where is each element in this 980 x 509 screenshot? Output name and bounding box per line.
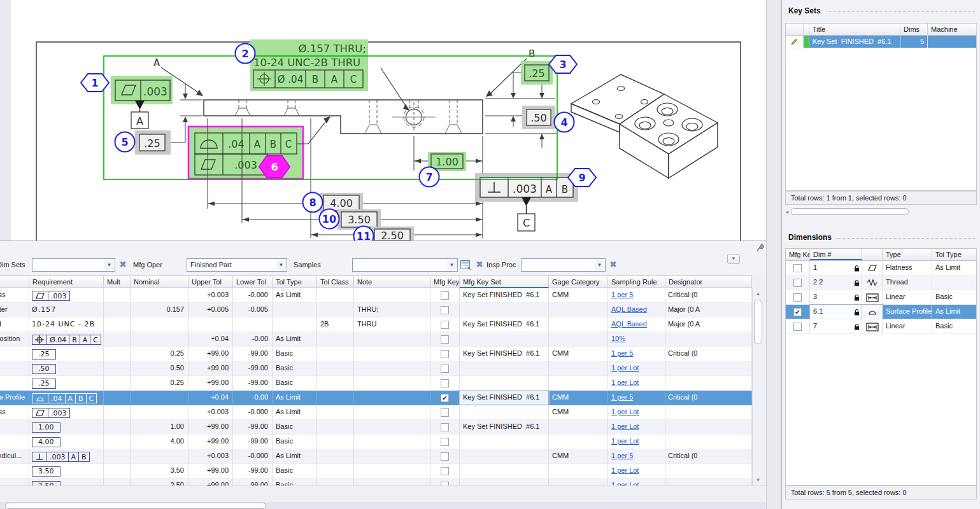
balloon-4[interactable]: 4 bbox=[555, 113, 574, 132]
mfg-key-checkbox[interactable] bbox=[441, 335, 449, 344]
scrollbar-thumb[interactable] bbox=[791, 208, 909, 215]
requirements-vertical-scrollbar[interactable]: ▲ ▼ bbox=[752, 288, 763, 485]
chevron-down-icon[interactable]: ▼ bbox=[595, 260, 604, 270]
dimension-row[interactable]: 2.2Thread bbox=[786, 275, 976, 290]
mfg-key-checkbox[interactable] bbox=[441, 408, 449, 417]
sampling-rule-link[interactable]: 1 per 5 bbox=[611, 452, 633, 459]
dimension-row[interactable]: ✔6.1Surface ProfileAs Limit bbox=[786, 305, 976, 319]
dim-sets-clear-icon[interactable]: ✖ bbox=[118, 260, 128, 270]
dim-25-right[interactable]: .25 bbox=[521, 61, 553, 85]
balloon-7[interactable]: 7 bbox=[420, 167, 439, 187]
sampling-rule-link[interactable]: 1 per 5 bbox=[611, 349, 633, 357]
edit-cell[interactable] bbox=[786, 36, 804, 48]
column-header-designator[interactable]: Designator bbox=[665, 276, 752, 288]
mfg-key-checkbox[interactable] bbox=[441, 365, 449, 373]
dimension-row[interactable]: 7LinearBasic bbox=[786, 319, 976, 334]
column-header-tol-type[interactable]: Tol Type bbox=[273, 276, 317, 288]
column-header-mult[interactable]: Mult bbox=[104, 276, 131, 288]
column-header-icon[interactable] bbox=[862, 249, 883, 260]
chevron-down-icon[interactable]: ▼ bbox=[276, 260, 286, 270]
requirement-row[interactable]: Flatness.003+0.003-0.000As LimitCMM1 per… bbox=[0, 405, 752, 420]
requirement-row[interactable]: Flatness.003+0.003-0.000As LimitKey Set … bbox=[0, 288, 752, 303]
mfg-key-checkbox[interactable] bbox=[793, 264, 802, 272]
mfg-key-checkbox[interactable]: ✔ bbox=[793, 308, 802, 316]
requirement-row[interactable]: True PositionØ.04BAC+0.04-0.00As Limit10… bbox=[0, 332, 752, 347]
mfg-key-checkbox[interactable]: ✔ bbox=[441, 394, 449, 402]
balloon-10[interactable]: 10 bbox=[320, 209, 339, 229]
mfg-key-checkbox[interactable] bbox=[441, 306, 449, 314]
column-header-sampling-rule[interactable]: Sampling Rule bbox=[608, 276, 665, 288]
samples-clear-icon[interactable]: ✖ bbox=[474, 260, 485, 270]
balloon-6[interactable]: 6 bbox=[259, 156, 290, 178]
requirement-row[interactable]: Thread10-24 UNC - 2B2BTHRUKey Set FINISH… bbox=[0, 317, 752, 332]
chevron-down-icon[interactable]: ▼ bbox=[104, 260, 114, 270]
sampling-rule-link[interactable]: 1 per Lot bbox=[611, 364, 639, 372]
column-header-upper-tol[interactable]: Upper Tol bbox=[188, 276, 233, 288]
column-header-note[interactable]: Note bbox=[354, 276, 430, 288]
mfg-key-checkbox[interactable] bbox=[441, 379, 449, 387]
requirement-row[interactable]: Linear2.502.50+99.00-99.00Basic1 per Lot bbox=[0, 478, 752, 485]
balloon-3[interactable]: 3 bbox=[549, 55, 577, 73]
dimension-row[interactable]: 1FlatnessAs Limit bbox=[786, 261, 976, 275]
column-header-tol-class[interactable]: Tol Class bbox=[317, 276, 354, 288]
insp-proc-clear-icon[interactable]: ✖ bbox=[608, 260, 618, 270]
sampling-rule-link[interactable]: 1 per Lot bbox=[611, 408, 639, 415]
requirement-row[interactable]: Linear4.004.00+99.00-99.00Basic1 per Lot bbox=[0, 435, 752, 449]
column-header-type[interactable] bbox=[0, 276, 29, 288]
mfg-oper-combo[interactable]: Finished Part▼ bbox=[187, 258, 287, 272]
sampling-rule-link[interactable]: AQL Based bbox=[611, 320, 647, 328]
mfg-key-checkbox[interactable] bbox=[441, 438, 449, 446]
insp-proc-combo[interactable]: ▼ bbox=[521, 258, 606, 272]
dimension-row[interactable]: 3LinearBasic bbox=[786, 290, 976, 305]
column-header-machine[interactable]: Machine bbox=[928, 24, 977, 35]
sampling-rule-link[interactable]: 1 per Lot bbox=[611, 422, 639, 430]
scroll-down-icon[interactable]: ▼ bbox=[753, 475, 763, 485]
column-header-mfg-key[interactable]: Mfg Key bbox=[430, 276, 460, 288]
requirement-row[interactable]: DiameterØ.1570.157+0.005-0.005THRU;AQL B… bbox=[0, 303, 752, 317]
balloon-5[interactable]: 5 bbox=[115, 132, 135, 152]
column-header-gage-category[interactable]: Gage Category bbox=[549, 276, 608, 288]
sampling-rule-link[interactable]: AQL Based bbox=[611, 305, 647, 313]
mfg-key-checkbox[interactable] bbox=[793, 293, 802, 302]
sampling-rule-link[interactable]: 1 per Lot bbox=[611, 379, 639, 386]
balloon-9[interactable]: 9 bbox=[568, 169, 596, 186]
column-header-nominal[interactable]: Nominal bbox=[131, 276, 188, 288]
requirement-row[interactable]: Perpendicul....003AB+0.003-0.000As Limit… bbox=[0, 449, 752, 464]
samples-combo[interactable]: ▼ bbox=[352, 258, 458, 272]
column-header-tol-type[interactable]: Tol Type bbox=[932, 249, 977, 260]
mfg-key-checkbox[interactable] bbox=[793, 279, 802, 287]
column-header-title[interactable]: Title bbox=[809, 24, 900, 35]
requirement-row[interactable]: Linear3.503.50+99.00-99.00Basic1 per Lot bbox=[0, 464, 752, 478]
panel-splitter[interactable] bbox=[766, 0, 781, 509]
balloon-2[interactable]: 2 bbox=[236, 44, 255, 64]
pin-icon[interactable] bbox=[756, 243, 765, 252]
column-header-lower-tol[interactable]: Lower Tol bbox=[233, 276, 273, 288]
requirement-row[interactable]: Linear.250.25+99.00-99.00Basic1 per Lot bbox=[0, 376, 752, 391]
dim-sets-combo[interactable]: ▼ bbox=[32, 258, 115, 272]
mfg-key-checkbox[interactable] bbox=[441, 321, 449, 329]
sampling-rule-link[interactable]: 1 per 5 bbox=[611, 393, 633, 401]
balloon-8[interactable]: 8 bbox=[303, 193, 323, 213]
collapse-panel-button[interactable]: ▼ bbox=[727, 254, 740, 264]
column-header-requirement[interactable]: Requirement bbox=[29, 276, 104, 288]
dim-50[interactable]: .50 bbox=[522, 106, 555, 129]
sampling-rule-link[interactable]: 10% bbox=[611, 335, 625, 342]
scrollbar-thumb[interactable] bbox=[5, 503, 266, 509]
chevron-down-icon[interactable]: ▼ bbox=[447, 260, 457, 270]
requirement-row[interactable]: Linear.250.25+99.00-99.00BasicKey Set FI… bbox=[0, 347, 752, 361]
scrollbar-thumb[interactable] bbox=[754, 300, 762, 344]
balloon-1[interactable]: 1 bbox=[81, 74, 109, 92]
dim-25-left[interactable]: .25 bbox=[135, 130, 171, 155]
sampling-rule-link[interactable]: 1 per 5 bbox=[611, 291, 633, 298]
requirement-row[interactable]: Linear.500.50+99.00-99.00Basic1 per Lot bbox=[0, 361, 752, 376]
scroll-left-icon[interactable]: ◄ bbox=[785, 209, 790, 215]
mfg-key-checkbox[interactable] bbox=[441, 291, 449, 300]
mfg-key-checkbox[interactable] bbox=[441, 452, 449, 461]
requirement-row[interactable]: Linear1.001.00+99.00-99.00BasicKey Set F… bbox=[0, 420, 752, 435]
column-header-mfg-key[interactable]: Mfg Key bbox=[786, 249, 810, 260]
drawing-viewport[interactable]: A B bbox=[0, 0, 766, 241]
column-header-type[interactable]: Type bbox=[883, 249, 932, 260]
balloon-11[interactable]: 11 bbox=[354, 227, 374, 241]
sampling-rule-link[interactable]: 1 per Lot bbox=[611, 481, 639, 485]
mfg-key-checkbox[interactable] bbox=[441, 350, 449, 358]
